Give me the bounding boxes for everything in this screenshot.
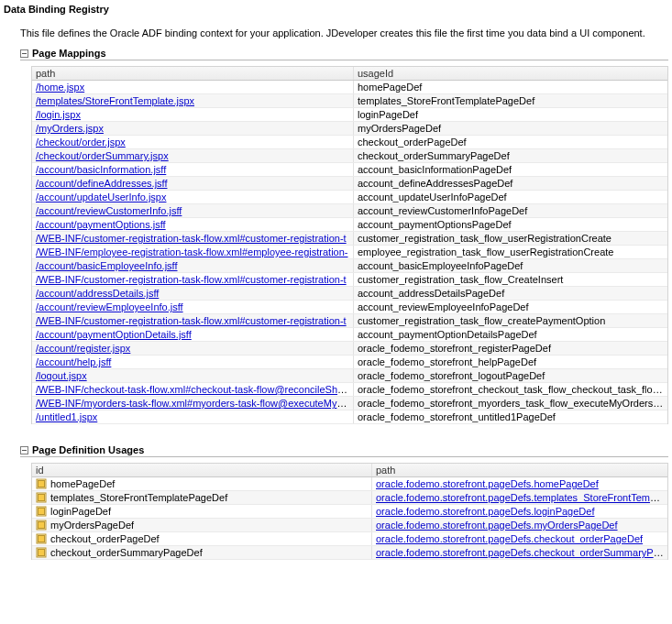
table-row[interactable]: loginPageDeforacle.fodemo.storefront.pag… xyxy=(32,505,667,519)
cell-path: /WEB-INF/employee-registration-task-flow… xyxy=(32,246,354,258)
table-row[interactable]: /checkout/order.jspxcheckout_orderPageDe… xyxy=(32,136,667,149)
path-link[interactable]: /account/reviewEmployeeInfo.jsff xyxy=(36,301,183,312)
table-row[interactable]: /WEB-INF/employee-registration-task-flow… xyxy=(32,246,667,259)
path-link[interactable]: /account/updateUserInfo.jspx xyxy=(36,192,166,203)
path-link[interactable]: /account/help.jsff xyxy=(36,356,111,367)
path-link[interactable]: /myOrders.jspx xyxy=(36,123,104,134)
section-title: Page Definition Usages xyxy=(32,444,144,455)
path-link[interactable]: /checkout/orderSummary.jspx xyxy=(36,150,169,161)
path-link[interactable]: oracle.fodemo.storefront.pageDefs.myOrde… xyxy=(376,520,618,531)
path-link[interactable]: /account/basicInformation.jsff xyxy=(36,164,166,175)
path-link[interactable]: /account/defineAddresses.jsff xyxy=(36,178,168,189)
table-row[interactable]: /account/paymentOptionDetails.jsffaccoun… xyxy=(32,328,667,342)
table-row[interactable]: myOrdersPageDeforacle.fodemo.storefront.… xyxy=(32,519,667,532)
table-row[interactable]: /account/register.jspxoracle_fodemo_stor… xyxy=(32,342,667,356)
cell-path: /account/updateUserInfo.jspx xyxy=(32,191,354,203)
cell-path: /login.jspx xyxy=(32,108,354,121)
page-def-file-icon xyxy=(36,478,47,489)
cell-path: oracle.fodemo.storefront.pageDefs.checko… xyxy=(372,532,667,545)
collapse-icon[interactable] xyxy=(20,446,28,454)
cell-path: /account/help.jsff xyxy=(32,356,354,368)
path-link[interactable]: /WEB-INF/employee-registration-task-flow… xyxy=(36,246,348,257)
path-link[interactable]: oracle.fodemo.storefront.pageDefs.homePa… xyxy=(376,478,599,489)
table-row[interactable]: /WEB-INF/checkout-task-flow.xml#checkout… xyxy=(32,383,667,397)
svg-rect-5 xyxy=(39,509,45,515)
table-row[interactable]: /checkout/orderSummary.jspxcheckout_orde… xyxy=(32,149,667,163)
path-link[interactable]: /login.jspx xyxy=(36,109,81,120)
cell-usageid: customer_registration_task_flow_userRegi… xyxy=(354,232,667,245)
table-row[interactable]: /account/addressDetails.jsffaccount_addr… xyxy=(32,287,667,301)
path-link[interactable]: /WEB-INF/customer-registration-task-flow… xyxy=(36,274,347,285)
cell-usageid: account_defineAddressesPageDef xyxy=(354,177,667,190)
path-link[interactable]: /WEB-INF/myorders-task-flow.xml#myorders… xyxy=(36,398,354,409)
table-row[interactable]: /login.jspxloginPageDef xyxy=(32,108,667,122)
table-row[interactable]: /home.jspxhomePageDef xyxy=(32,81,667,94)
cell-usageid: oracle_fodemo_storefront_checkout_task_f… xyxy=(354,383,667,396)
cell-path: /account/paymentOptionDetails.jsff xyxy=(32,328,354,341)
cell-path: oracle.fodemo.storefront.pageDefs.templa… xyxy=(372,491,667,504)
table-row[interactable]: /account/basicInformation.jsffaccount_ba… xyxy=(32,163,667,177)
cell-path: /templates/StoreFrontTemplate.jspx xyxy=(32,94,354,107)
table-row[interactable]: /account/basicEmployeeInfo.jsffaccount_b… xyxy=(32,259,667,273)
path-link[interactable]: /untitled1.jspx xyxy=(36,411,97,422)
table-row[interactable]: /account/paymentOptions.jsffaccount_paym… xyxy=(32,218,667,232)
table-row[interactable]: checkout_orderSummaryPageDeforacle.fodem… xyxy=(32,546,667,560)
path-link[interactable]: /checkout/order.jspx xyxy=(36,137,126,148)
path-link[interactable]: /account/register.jspx xyxy=(36,343,130,354)
cell-usageid: account_reviewEmployeeInfoPageDef xyxy=(354,301,667,313)
cell-path: /account/basicEmployeeInfo.jsff xyxy=(32,259,354,272)
path-link[interactable]: /WEB-INF/customer-registration-task-flow… xyxy=(36,315,347,326)
cell-usageid: myOrdersPageDef xyxy=(354,122,667,135)
path-link[interactable]: oracle.fodemo.storefront.pageDefs.checko… xyxy=(376,533,643,544)
cell-path: /account/reviewEmployeeInfo.jsff xyxy=(32,301,354,313)
table-row[interactable]: /account/defineAddresses.jsffaccount_def… xyxy=(32,177,667,191)
path-link[interactable]: /account/reviewCustomerInfo.jsff xyxy=(36,205,182,216)
path-link[interactable]: /account/basicEmployeeInfo.jsff xyxy=(36,260,178,271)
table-row[interactable]: homePageDeforacle.fodemo.storefront.page… xyxy=(32,477,667,491)
section-title: Page Mappings xyxy=(32,48,106,59)
table-row[interactable]: checkout_orderPageDeforacle.fodemo.store… xyxy=(32,532,667,546)
path-link[interactable]: oracle.fodemo.storefront.pageDefs.checko… xyxy=(376,547,667,558)
cell-usageid: checkout_orderSummaryPageDef xyxy=(354,149,667,162)
cell-id: myOrdersPageDef xyxy=(32,519,372,531)
table-row[interactable]: /WEB-INF/customer-registration-task-flow… xyxy=(32,273,667,287)
page-def-file-icon xyxy=(36,533,47,544)
table-row[interactable]: /untitled1.jspxoracle_fodemo_storefront_… xyxy=(32,411,667,424)
table-row[interactable]: /account/reviewCustomerInfo.jsffaccount_… xyxy=(32,204,667,218)
cell-usageid: oracle_fodemo_storefront_helpPageDef xyxy=(354,356,667,368)
col-id: id xyxy=(32,464,372,476)
path-link[interactable]: oracle.fodemo.storefront.pageDefs.templa… xyxy=(376,492,667,503)
path-link[interactable]: /WEB-INF/checkout-task-flow.xml#checkout… xyxy=(36,384,354,395)
path-link[interactable]: /account/addressDetails.jsff xyxy=(36,288,159,299)
cell-id: templates_StoreFrontTemplatePageDef xyxy=(32,491,372,504)
table-row[interactable]: /account/reviewEmployeeInfo.jsffaccount_… xyxy=(32,301,667,314)
path-link[interactable]: /logout.jspx xyxy=(36,370,87,381)
path-link[interactable]: /home.jspx xyxy=(36,82,84,93)
cell-usageid: account_basicEmployeeInfoPageDef xyxy=(354,259,667,272)
cell-usageid: account_paymentOptionDetailsPageDef xyxy=(354,328,667,341)
table-row[interactable]: /logout.jspxoracle_fodemo_storefront_log… xyxy=(32,369,667,383)
path-link[interactable]: /templates/StoreFrontTemplate.jspx xyxy=(36,95,194,106)
table-row[interactable]: /account/help.jsfforacle_fodemo_storefro… xyxy=(32,356,667,369)
cell-id: loginPageDef xyxy=(32,505,372,518)
cell-path: oracle.fodemo.storefront.pageDefs.homePa… xyxy=(372,477,667,490)
page-def-file-icon xyxy=(36,506,47,517)
path-link[interactable]: /account/paymentOptions.jsff xyxy=(36,219,166,230)
table-row[interactable]: /WEB-INF/myorders-task-flow.xml#myorders… xyxy=(32,397,667,411)
table-row[interactable]: /WEB-INF/customer-registration-task-flow… xyxy=(32,232,667,246)
path-link[interactable]: oracle.fodemo.storefront.pageDefs.loginP… xyxy=(376,506,594,517)
table-row[interactable]: templates_StoreFrontTemplatePageDeforacl… xyxy=(32,491,667,505)
cell-usageid: oracle_fodemo_storefront_logoutPageDef xyxy=(354,369,667,382)
table-row[interactable]: /account/updateUserInfo.jspxaccount_upda… xyxy=(32,191,667,204)
table-row[interactable]: /WEB-INF/customer-registration-task-flow… xyxy=(32,314,667,328)
cell-usageid: account_addressDetailsPageDef xyxy=(354,287,667,300)
cell-path: /account/register.jspx xyxy=(32,342,354,355)
path-link[interactable]: /account/paymentOptionDetails.jsff xyxy=(36,329,192,340)
collapse-icon[interactable] xyxy=(20,49,28,58)
table-row[interactable]: /templates/StoreFrontTemplate.jspxtempla… xyxy=(32,94,667,108)
path-link[interactable]: /WEB-INF/customer-registration-task-flow… xyxy=(36,233,347,244)
table-row[interactable]: /myOrders.jspxmyOrdersPageDef xyxy=(32,122,667,136)
page-definition-usages-table: idpathhomePageDeforacle.fodemo.storefron… xyxy=(31,463,668,560)
cell-path: /myOrders.jspx xyxy=(32,122,354,135)
cell-usageid: account_reviewCustomerInfoPageDef xyxy=(354,204,667,217)
